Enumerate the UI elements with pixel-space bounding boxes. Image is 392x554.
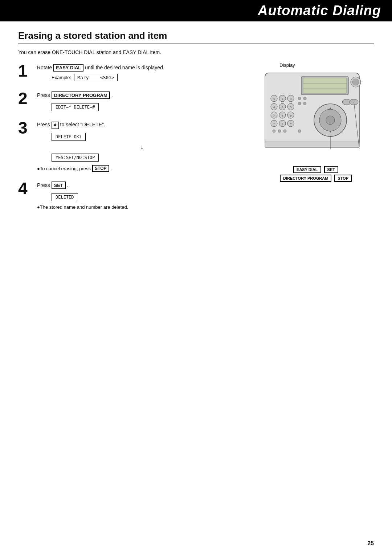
svg-text:#: # bbox=[290, 122, 291, 126]
arrow-down: ↓ bbox=[37, 143, 247, 151]
svg-point-6 bbox=[352, 79, 359, 85]
directory-program-key-2: DIRECTORY PROGRAM bbox=[52, 91, 110, 99]
section-title: Erasing a stored station and item bbox=[18, 30, 374, 44]
step-2-text: Press DIRECTORY PROGRAM . bbox=[37, 91, 247, 99]
page-number: 25 bbox=[367, 540, 374, 547]
step-4-display: DELETED bbox=[52, 193, 78, 201]
svg-text:5: 5 bbox=[282, 106, 283, 109]
svg-text:1: 1 bbox=[273, 97, 275, 101]
step-1-number: 1 bbox=[18, 62, 33, 79]
svg-point-31 bbox=[298, 97, 301, 100]
set-device-label: SET bbox=[324, 166, 338, 173]
svg-text:4: 4 bbox=[273, 106, 275, 109]
step-3-content: Press # to select "DELETE". DELETE OK? ↓… bbox=[37, 119, 247, 174]
svg-text:▼: ▼ bbox=[328, 130, 332, 134]
svg-text:▲: ▲ bbox=[328, 106, 332, 110]
device-key-labels: EASY DIAL SET bbox=[258, 166, 374, 173]
step-2-display: EDIT=* DELETE=# bbox=[52, 103, 99, 111]
step-2-content: Press DIRECTORY PROGRAM . EDIT=* DELETE=… bbox=[37, 90, 247, 113]
step-3-display1: DELETE OK? bbox=[52, 133, 86, 141]
svg-text:9: 9 bbox=[290, 114, 292, 117]
step-1-text: Rotate EASY DIAL until the desired name … bbox=[37, 64, 247, 72]
step-4-bullet: ●The stored name and number are deleted. bbox=[37, 204, 247, 210]
step-1-content: Rotate EASY DIAL until the desired name … bbox=[37, 62, 247, 83]
example-display: Mary <S01> bbox=[74, 74, 118, 81]
device-svg: 1 2 3 4 5 6 7 8 bbox=[258, 69, 367, 164]
svg-point-35 bbox=[273, 130, 275, 133]
svg-text:3: 3 bbox=[290, 97, 292, 101]
svg-rect-46 bbox=[265, 142, 359, 147]
step-2-number: 2 bbox=[18, 90, 33, 107]
directory-program-device-label: DIRECTORY PROGRAM bbox=[280, 175, 331, 182]
example-label: Example: bbox=[52, 75, 71, 80]
display-label: Display bbox=[258, 62, 374, 68]
svg-text:*: * bbox=[273, 122, 275, 126]
device-key-labels-2: DIRECTORY PROGRAM STOP bbox=[258, 175, 374, 182]
step-4: 4 Press SET . DELETED ●The stored name a… bbox=[18, 180, 247, 211]
page-title: Automatic Dialing bbox=[258, 3, 381, 18]
step-4-number: 4 bbox=[18, 180, 33, 197]
svg-rect-2 bbox=[303, 78, 347, 93]
step-3-text: Press # to select "DELETE". bbox=[37, 121, 247, 129]
step-3-bullet: ●To cancel erasing, press STOP . bbox=[37, 165, 247, 172]
hash-key: # bbox=[52, 122, 59, 129]
step-4-text: Press SET . bbox=[37, 182, 247, 189]
svg-point-34 bbox=[303, 102, 306, 105]
step-3-display2: YES:SET/NO:STOP bbox=[52, 154, 99, 162]
svg-text:0: 0 bbox=[282, 122, 283, 126]
easy-dial-key-1: EASY DIAL bbox=[53, 64, 83, 72]
set-key-4: SET bbox=[52, 182, 66, 189]
step-2: 2 Press DIRECTORY PROGRAM . EDIT=* DELET… bbox=[18, 90, 247, 113]
step-1-example: Example: Mary <S01> bbox=[52, 74, 247, 81]
main-content: Erasing a stored station and item You ca… bbox=[0, 21, 392, 232]
step-3-number: 3 bbox=[18, 119, 33, 136]
svg-text:2: 2 bbox=[282, 97, 283, 101]
intro-text: You can erase ONE-TOUCH DIAL station and… bbox=[18, 49, 374, 55]
svg-point-32 bbox=[303, 97, 306, 100]
svg-text:6: 6 bbox=[290, 106, 292, 109]
stop-device-label: STOP bbox=[334, 175, 352, 182]
stop-key-inline: STOP bbox=[92, 165, 109, 172]
right-column: Display bbox=[258, 62, 374, 218]
main-columns: 1 Rotate EASY DIAL until the desired nam… bbox=[18, 62, 374, 218]
svg-point-33 bbox=[298, 102, 301, 105]
step-3: 3 Press # to select "DELETE". DELETE OK?… bbox=[18, 119, 247, 174]
svg-text:7: 7 bbox=[273, 114, 275, 117]
step-4-content: Press SET . DELETED ●The stored name and… bbox=[37, 180, 247, 211]
svg-point-43 bbox=[298, 130, 301, 133]
page-header: Automatic Dialing bbox=[0, 0, 392, 21]
svg-point-37 bbox=[283, 130, 286, 133]
svg-point-40 bbox=[326, 116, 335, 125]
easy-dial-device-label: EASY DIAL bbox=[293, 166, 321, 173]
device-illustration: 1 2 3 4 5 6 7 8 bbox=[258, 69, 367, 164]
left-column: 1 Rotate EASY DIAL until the desired nam… bbox=[18, 62, 247, 218]
svg-point-36 bbox=[278, 130, 281, 133]
step-1: 1 Rotate EASY DIAL until the desired nam… bbox=[18, 62, 247, 83]
svg-text:8: 8 bbox=[282, 114, 283, 117]
